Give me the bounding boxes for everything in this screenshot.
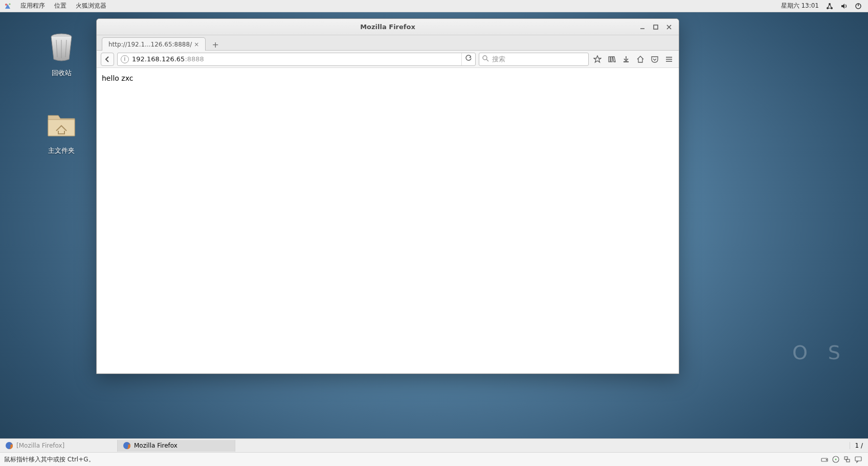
svg-rect-12 xyxy=(654,25,658,29)
taskbar: [Mozilla Firefox] Mozilla Firefox 1 / xyxy=(0,438,868,452)
os-watermark: O S xyxy=(792,341,848,364)
vm-statusbar: 鼠标指针移入其中或按 Ctrl+G。 xyxy=(0,452,868,466)
workspace-indicator[interactable]: 1 / xyxy=(850,442,869,449)
svg-rect-15 xyxy=(609,57,610,62)
reload-icon[interactable] xyxy=(465,55,472,63)
window-title: Mozilla Firefox xyxy=(97,23,679,31)
svg-rect-28 xyxy=(847,459,850,462)
site-info-icon[interactable]: i xyxy=(121,55,129,63)
tab-bar: http://192.1...126.65:8888/ × + xyxy=(97,35,679,51)
network-icon[interactable] xyxy=(826,2,833,10)
gnome-topbar: 应用程序 位置 火狐浏览器 星期六 13:01 xyxy=(0,0,868,12)
page-content: hello zxc xyxy=(97,68,679,88)
volume-icon[interactable] xyxy=(840,2,848,10)
downloads-icon[interactable] xyxy=(620,54,632,65)
browser-tab[interactable]: http://192.1...126.65:8888/ × xyxy=(102,37,206,51)
taskbar-item[interactable]: Mozilla Firefox xyxy=(118,440,235,452)
search-icon xyxy=(482,55,489,63)
nav-toolbar: i 192.168.126.65:8888 搜索 xyxy=(97,51,679,68)
vm-hint-text: 鼠标指针移入其中或按 Ctrl+G。 xyxy=(4,455,95,464)
url-host: 192.168.126.65 xyxy=(132,55,185,63)
vm-network-icon[interactable] xyxy=(841,454,853,465)
svg-line-14 xyxy=(486,59,488,61)
desktop-icon-label: 主文件夹 xyxy=(36,146,87,155)
desktop-icon-home[interactable]: 主文件夹 xyxy=(36,108,87,155)
bookmark-star-icon[interactable] xyxy=(592,54,603,65)
svg-rect-27 xyxy=(844,457,848,459)
url-bar[interactable]: i 192.168.126.65:8888 xyxy=(117,53,476,66)
activities-icon[interactable] xyxy=(4,3,11,10)
taskbar-item[interactable]: [Mozilla Firefox] xyxy=(0,440,118,452)
firefox-window: Mozilla Firefox http://192.1...126.65:88… xyxy=(96,18,679,374)
taskbar-item-label: Mozilla Firefox xyxy=(134,442,177,449)
tab-close-icon[interactable]: × xyxy=(192,41,201,48)
window-maximize-button[interactable] xyxy=(652,24,659,31)
firefox-icon xyxy=(5,441,13,450)
window-close-button[interactable] xyxy=(665,24,673,31)
home-icon[interactable] xyxy=(635,54,646,65)
svg-rect-16 xyxy=(611,57,612,62)
search-bar[interactable]: 搜索 xyxy=(479,53,589,66)
taskbar-item-label: [Mozilla Firefox] xyxy=(16,442,64,449)
vm-optical-icon[interactable] xyxy=(830,454,841,465)
svg-point-5 xyxy=(9,4,11,5)
svg-point-13 xyxy=(483,56,487,60)
menu-applications[interactable]: 应用程序 xyxy=(20,2,45,10)
home-folder-icon xyxy=(45,108,78,141)
clock[interactable]: 星期六 13:01 xyxy=(781,2,819,10)
svg-point-24 xyxy=(826,459,827,460)
vm-disk-icon[interactable] xyxy=(819,454,830,465)
tab-label: http://192.1...126.65:8888/ xyxy=(108,41,192,48)
svg-point-4 xyxy=(5,4,7,6)
new-tab-button[interactable]: + xyxy=(209,39,222,50)
vm-message-icon[interactable] xyxy=(853,454,864,465)
menu-icon[interactable] xyxy=(663,54,675,65)
desktop-icon-trash[interactable]: 回收站 xyxy=(36,31,87,78)
window-titlebar[interactable]: Mozilla Firefox xyxy=(97,19,679,35)
menu-firefox[interactable]: 火狐浏览器 xyxy=(76,2,106,10)
firefox-icon xyxy=(123,441,131,450)
menu-places[interactable]: 位置 xyxy=(54,2,66,10)
trash-icon xyxy=(45,31,78,63)
pocket-icon[interactable] xyxy=(649,54,660,65)
window-minimize-button[interactable] xyxy=(639,24,646,31)
search-placeholder: 搜索 xyxy=(492,55,505,64)
url-port: :8888 xyxy=(185,55,204,63)
page-text: hello zxc xyxy=(102,74,133,82)
svg-rect-29 xyxy=(855,457,861,461)
library-icon[interactable] xyxy=(606,54,617,65)
power-icon[interactable] xyxy=(855,2,862,10)
back-button[interactable] xyxy=(101,53,114,66)
desktop-icon-label: 回收站 xyxy=(36,68,87,78)
svg-rect-17 xyxy=(624,61,629,62)
svg-point-26 xyxy=(835,459,837,460)
